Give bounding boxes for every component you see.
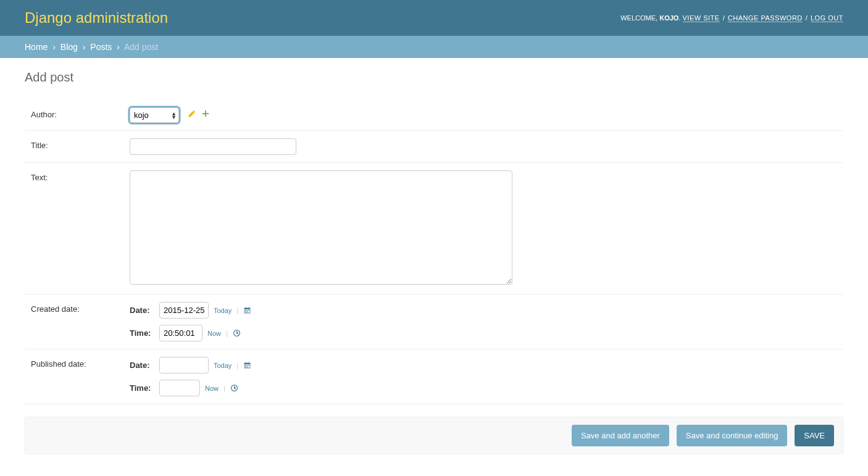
published-date-label: Published date: (31, 357, 130, 369)
today-link[interactable]: Today (214, 307, 232, 314)
pipe-separator: | (236, 307, 238, 314)
field-row-created-date: Created date: Date: Today | Time: Now | (25, 294, 843, 349)
published-date-line: Date: Today | (130, 357, 837, 374)
content: Add post Author: kojo ▴▾ (0, 58, 868, 467)
field-row-published-date: Published date: Date: Today | Time: Now … (25, 349, 843, 404)
created-time-input[interactable] (159, 325, 202, 341)
published-time-line: Time: Now | (130, 380, 837, 396)
title-input[interactable] (130, 138, 296, 155)
breadcrumb: Home › Blog › Posts › Add post (0, 36, 868, 58)
created-date-line: Date: Today | (130, 302, 837, 319)
time-sublabel: Time: (130, 328, 154, 338)
breadcrumb-current: Add post (124, 42, 158, 52)
now-link[interactable]: Now (207, 330, 221, 337)
created-date-input[interactable] (159, 302, 209, 319)
author-select[interactable]: kojo (130, 107, 179, 123)
separator: / (806, 14, 807, 22)
author-select-wrap: kojo ▴▾ (130, 107, 179, 123)
welcome-text: WELCOME, (620, 14, 657, 22)
page-title: Add post (25, 70, 843, 85)
title-label: Title: (31, 138, 130, 150)
calendar-icon[interactable] (243, 306, 252, 315)
published-time-input[interactable] (159, 380, 200, 396)
clock-icon[interactable] (230, 384, 239, 393)
pencil-icon[interactable] (188, 109, 196, 118)
calendar-icon[interactable] (243, 361, 252, 370)
change-password-link[interactable]: CHANGE PASSWORD (728, 14, 803, 22)
now-link[interactable]: Now (205, 385, 219, 392)
save-button[interactable]: SAVE (795, 425, 834, 446)
today-link[interactable]: Today (214, 362, 232, 369)
breadcrumb-model[interactable]: Posts (90, 42, 112, 52)
view-site-link[interactable]: VIEW SITE (683, 14, 720, 22)
user-tools: WELCOME, KOJO. VIEW SITE / CHANGE PASSWO… (620, 14, 843, 22)
username: KOJO (659, 14, 678, 22)
header: Django administration WELCOME, KOJO. VIE… (0, 0, 868, 36)
breadcrumb-app[interactable]: Blog (61, 42, 78, 52)
breadcrumb-home[interactable]: Home (25, 42, 48, 52)
clock-icon[interactable] (233, 329, 241, 338)
submit-row: Save and add another Save and continue e… (25, 417, 843, 454)
log-out-link[interactable]: LOG OUT (811, 14, 843, 22)
pipe-separator: | (223, 385, 225, 392)
plus-icon[interactable] (201, 109, 210, 118)
save-continue-button[interactable]: Save and continue editing (677, 425, 788, 446)
post-form: Author: kojo ▴▾ (25, 100, 843, 454)
date-sublabel: Date: (130, 306, 154, 315)
date-sublabel: Date: (130, 361, 154, 370)
author-label: Author: (31, 107, 130, 119)
created-time-line: Time: Now | (130, 325, 837, 341)
created-date-label: Created date: (31, 302, 130, 314)
text-label: Text: (31, 170, 130, 182)
text-textarea[interactable] (130, 170, 512, 285)
breadcrumb-separator: › (52, 42, 56, 52)
pipe-separator: | (226, 330, 228, 337)
field-row-title: Title: (25, 131, 843, 163)
separator: / (723, 14, 725, 22)
brand-title: Django administration (25, 9, 168, 27)
breadcrumb-separator: › (117, 42, 120, 52)
save-add-another-button[interactable]: Save and add another (572, 425, 669, 446)
time-sublabel: Time: (130, 383, 154, 393)
field-row-author: Author: kojo ▴▾ (25, 100, 843, 131)
published-date-input[interactable] (159, 357, 209, 374)
field-row-text: Text: (25, 163, 843, 294)
pipe-separator: | (236, 362, 238, 369)
breadcrumb-separator: › (83, 42, 86, 52)
